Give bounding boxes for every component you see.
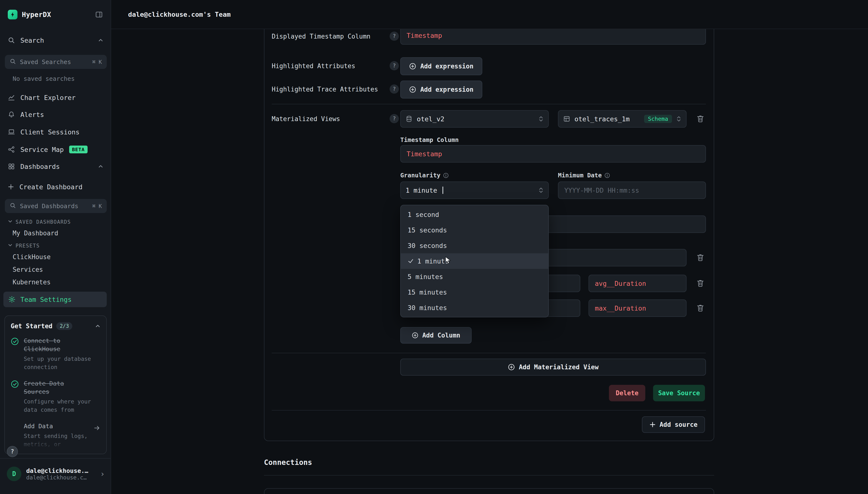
sidebar-item-team-settings[interactable]: Team Settings — [3, 292, 107, 307]
get-started-header[interactable]: Get Started 2/3 — [5, 316, 106, 337]
dropdown-option[interactable]: 15 seconds — [401, 222, 548, 238]
get-started-step-sources[interactable]: Create Data Sources Configure where your… — [5, 379, 106, 414]
delete-column-button[interactable] — [696, 304, 705, 312]
connections-card — [264, 488, 714, 494]
help-icon[interactable]: ? — [390, 32, 399, 41]
add-expression-label: Add expression — [420, 63, 473, 70]
help-button[interactable]: ? — [7, 446, 18, 457]
granularity-value: 1 minute — [406, 187, 437, 194]
chevron-updown-icon — [539, 115, 543, 122]
dropdown-option[interactable]: 30 minutes — [401, 300, 548, 316]
shortcut-badge: ⌘ K — [92, 59, 102, 65]
timestamp-column-input[interactable] — [400, 145, 706, 163]
chevron-up-icon — [98, 164, 103, 169]
help-icon[interactable]: ? — [390, 114, 399, 123]
add-materialized-view-button[interactable]: Add Materialized View — [400, 359, 706, 376]
get-started-title: Get Started — [11, 322, 52, 330]
minimum-date-input[interactable] — [558, 182, 706, 199]
saved-dashboards-searchbox[interactable]: ⌘ K — [5, 199, 107, 213]
section-title-label: SAVED DASHBOARDS — [16, 219, 71, 225]
table-select[interactable]: otel_traces_1m Schema — [558, 110, 687, 128]
dropdown-option[interactable]: 1 second — [401, 207, 548, 222]
saved-searches-input[interactable] — [20, 58, 88, 65]
saved-searches-searchbox[interactable]: ⌘ K — [5, 55, 107, 69]
sidebar-item-search[interactable]: Search — [0, 32, 111, 49]
sidebar-item-dashboards[interactable]: Dashboards — [0, 158, 111, 175]
gear-icon — [8, 296, 16, 303]
sidebar-item-label: Search — [20, 37, 44, 44]
dropdown-option-selected[interactable]: 1 minute — [401, 253, 548, 269]
displayed-timestamp-label: Displayed Timestamp Column — [272, 32, 370, 41]
add-source-button[interactable]: Add source — [642, 416, 705, 433]
check-circle-icon — [11, 337, 19, 371]
add-column-button[interactable]: Add Column — [400, 327, 471, 344]
sidebar-item-chart-explorer[interactable]: Chart Explorer — [0, 89, 111, 106]
saved-dashboards-input[interactable] — [20, 203, 88, 210]
check-circle-icon — [11, 379, 19, 414]
add-materialized-view-label: Add Materialized View — [519, 363, 599, 371]
sidebar-item-alerts[interactable]: Alerts — [0, 106, 111, 123]
create-dashboard-button[interactable]: Create Dashboard — [0, 178, 111, 195]
help-icon[interactable]: ? — [390, 84, 399, 94]
sidebar-item-service-map[interactable]: Service Map BETA — [0, 141, 111, 158]
sidebar-item-kubernetes[interactable]: Kubernetes — [13, 279, 51, 286]
add-expression-label: Add expression — [420, 86, 473, 93]
sidebar-item-label: Client Sessions — [20, 128, 80, 136]
delete-column-button[interactable] — [696, 253, 705, 262]
avatar: D — [7, 467, 21, 481]
sidebar-item-client-sessions[interactable]: Client Sessions — [0, 124, 111, 140]
plus-circle-icon — [409, 86, 416, 93]
schema-badge[interactable]: Schema — [644, 115, 672, 123]
timestamp-column-label: Timestamp Column — [400, 136, 459, 144]
user-name: dale@clickhouse.… — [26, 467, 88, 474]
step-title: Create Data Sources — [24, 379, 78, 396]
column-alias-input[interactable] — [589, 299, 687, 317]
step-desc: Configure where your data comes from — [24, 397, 93, 414]
delete-source-button[interactable]: Delete — [609, 385, 645, 401]
plus-circle-icon — [412, 332, 419, 339]
add-source-label: Add source — [660, 421, 698, 428]
materialized-views-label: Materialized Views — [272, 115, 340, 123]
sidebar-item-clickhouse[interactable]: ClickHouse — [13, 253, 51, 261]
database-select[interactable]: otel_v2 — [400, 110, 549, 128]
text-caret — [443, 187, 443, 194]
chevron-up-icon — [98, 38, 103, 43]
progress-badge: 2/3 — [56, 322, 72, 330]
divider — [272, 410, 706, 411]
search-icon — [10, 202, 16, 211]
shortcut-badge: ⌘ K — [92, 203, 102, 209]
create-dashboard-label: Create Dashboard — [19, 183, 82, 191]
step-title: Add Data — [24, 422, 78, 431]
dropdown-option[interactable]: 15 minutes — [401, 284, 548, 300]
sidebar-item-label: Dashboards — [20, 163, 60, 170]
plus-circle-icon — [409, 63, 416, 70]
column-alias-input[interactable] — [589, 275, 687, 292]
sidebar-item-label: Service Map — [20, 146, 64, 153]
laptop-icon — [8, 128, 15, 136]
get-started-card: Get Started 2/3 Connect to ClickHouse Se… — [4, 316, 107, 454]
team-settings-label: Team Settings — [20, 296, 72, 303]
add-expression-button[interactable]: Add expression — [400, 80, 482, 98]
chevron-down-icon — [8, 243, 13, 249]
section-presets[interactable]: PRESETS — [8, 243, 40, 249]
help-icon[interactable]: ? — [390, 61, 399, 70]
delete-view-button[interactable] — [696, 115, 705, 123]
brand-header: HyperDX — [0, 0, 111, 29]
collapse-sidebar-icon[interactable] — [95, 11, 103, 18]
highlighted-trace-attributes-label: Highlighted Trace Attributes — [272, 85, 378, 94]
chevron-up-icon[interactable] — [95, 323, 100, 329]
add-expression-button[interactable]: Add expression — [400, 57, 482, 75]
granularity-select[interactable]: 1 minute — [400, 182, 549, 199]
user-menu[interactable]: D dale@clickhouse.… dale@clickhouse.c… › — [0, 458, 111, 494]
dropdown-option[interactable]: 5 minutes — [401, 269, 548, 284]
sidebar-item-label: Alerts — [20, 111, 44, 118]
save-source-button[interactable]: Save Source — [653, 385, 705, 401]
section-saved-dashboards[interactable]: SAVED DASHBOARDS — [8, 219, 71, 225]
beta-badge: BETA — [69, 146, 88, 153]
sidebar-item-my-dashboard[interactable]: My Dashboard — [13, 230, 58, 237]
delete-column-button[interactable] — [696, 279, 705, 287]
dropdown-option[interactable]: 30 seconds — [401, 238, 548, 253]
get-started-step-connect[interactable]: Connect to ClickHouse Set up your databa… — [5, 337, 106, 371]
sidebar-item-services[interactable]: Services — [13, 266, 43, 273]
top-header: dale@clickhouse.com's Team — [111, 0, 868, 29]
